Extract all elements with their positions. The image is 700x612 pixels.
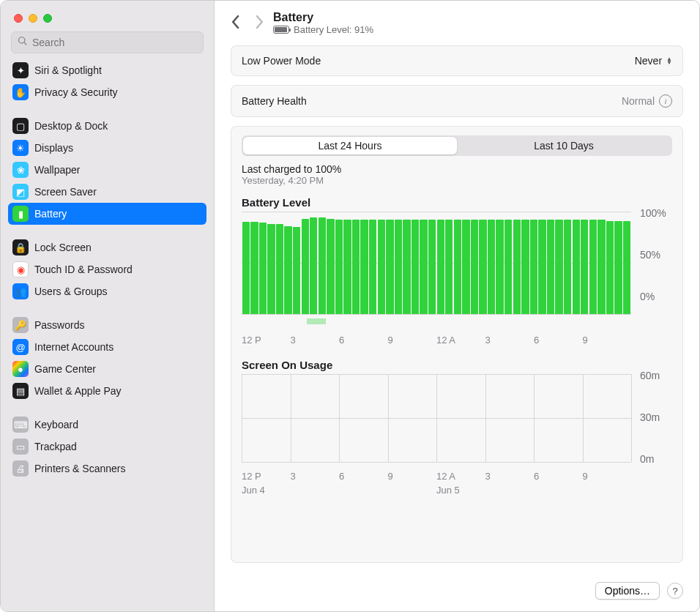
battery-level-title: Battery Level bbox=[242, 196, 672, 209]
bar bbox=[302, 219, 309, 314]
bar bbox=[573, 220, 580, 314]
sidebar-icon: 🔑 bbox=[12, 317, 29, 333]
bar bbox=[310, 217, 317, 314]
sidebar-icon: ⌨ bbox=[12, 417, 29, 433]
bar bbox=[352, 220, 360, 314]
xaxis-tick: 3 bbox=[291, 335, 340, 346]
battery-icon bbox=[273, 26, 289, 34]
search-wrap bbox=[1, 29, 214, 59]
sidebar-item-lock-screen[interactable]: 🔒Lock Screen bbox=[8, 236, 206, 258]
last-charge-title: Last charged to 100% bbox=[242, 163, 672, 175]
sidebar-item-printers-scanners[interactable]: 🖨Printers & Scanners bbox=[8, 458, 206, 479]
window-titlebar bbox=[1, 1, 214, 29]
bar bbox=[369, 220, 376, 314]
sidebar-item-privacy-security[interactable]: ✋Privacy & Security bbox=[8, 81, 206, 103]
sidebar-item-keyboard[interactable]: ⌨Keyboard bbox=[8, 414, 206, 436]
sidebar-item-label: Game Center bbox=[34, 363, 96, 375]
sidebar-item-touch-id-password[interactable]: ◉Touch ID & Password bbox=[8, 258, 206, 280]
sidebar-icon: 🔒 bbox=[12, 239, 29, 255]
forward-button[interactable] bbox=[254, 15, 264, 32]
ylabel: 60m bbox=[640, 370, 672, 381]
xaxis-tick: 9 bbox=[388, 471, 437, 482]
bar bbox=[378, 220, 385, 314]
bar bbox=[521, 220, 529, 314]
battery-level-plot bbox=[242, 212, 631, 314]
sidebar-item-label: Battery bbox=[34, 208, 67, 220]
sidebar-item-internet-accounts[interactable]: @Internet Accounts bbox=[8, 336, 206, 358]
sidebar-item-screen-saver[interactable]: ◩Screen Saver bbox=[8, 181, 206, 203]
sidebar-item-label: Lock Screen bbox=[34, 242, 92, 253]
zoom-icon[interactable] bbox=[43, 14, 52, 23]
sidebar-item-siri-spotlight[interactable]: ✦Siri & Spotlight bbox=[8, 59, 206, 81]
bar bbox=[496, 220, 503, 314]
nav-buttons bbox=[231, 15, 264, 32]
sidebar-item-label: Printers & Scanners bbox=[34, 463, 126, 474]
xaxis-tick: 9 bbox=[388, 335, 437, 346]
tab-last-10d[interactable]: Last 10 Days bbox=[457, 137, 671, 154]
chevron-updown-icon: ▲▼ bbox=[666, 57, 672, 64]
bar bbox=[623, 221, 630, 314]
bar bbox=[597, 220, 605, 314]
sidebar-icon: ▢ bbox=[12, 118, 29, 134]
search-icon bbox=[18, 36, 32, 49]
sidebar-item-label: Wallet & Apple Pay bbox=[34, 385, 122, 397]
sidebar-icon: ▭ bbox=[12, 439, 29, 455]
back-button[interactable] bbox=[231, 15, 241, 32]
sidebar-item-trackpad[interactable]: ▭Trackpad bbox=[8, 436, 206, 458]
bar bbox=[420, 220, 427, 314]
sidebar-item-label: Users & Groups bbox=[34, 286, 108, 297]
tab-last-24h[interactable]: Last 24 Hours bbox=[243, 137, 457, 154]
minimize-icon[interactable] bbox=[29, 14, 37, 23]
sidebar-item-label: Passwords bbox=[34, 319, 84, 331]
title-block: Battery Battery Level: 91% bbox=[273, 11, 373, 35]
sidebar-icon: ◉ bbox=[12, 261, 29, 277]
ylabel: 100% bbox=[640, 207, 672, 219]
xaxis-tick: 3 bbox=[485, 335, 535, 346]
bar bbox=[614, 221, 622, 314]
info-icon[interactable]: i bbox=[659, 94, 672, 108]
battery-health-value: Normal bbox=[622, 95, 655, 107]
sidebar-icon: ❀ bbox=[12, 162, 29, 178]
bar bbox=[343, 220, 351, 314]
bar bbox=[437, 220, 444, 314]
sidebar-item-label: Displays bbox=[34, 142, 73, 154]
main-panel: Battery Battery Level: 91% Low Power Mod… bbox=[215, 1, 699, 611]
sidebar-item-label: Touch ID & Password bbox=[34, 264, 133, 275]
sidebar-item-wallpaper[interactable]: ❀Wallpaper bbox=[8, 159, 206, 181]
xaxis-tick: 12 A bbox=[436, 335, 485, 346]
bar bbox=[564, 220, 571, 314]
sidebar-nav[interactable]: ✦Siri & Spotlight✋Privacy & Security▢Des… bbox=[1, 59, 214, 611]
date-label: Jun 5 bbox=[436, 485, 631, 496]
sidebar-item-battery[interactable]: ▮Battery bbox=[8, 203, 206, 225]
search-field[interactable] bbox=[11, 31, 204, 53]
bar bbox=[267, 224, 275, 314]
sidebar: ✦Siri & Spotlight✋Privacy & Security▢Des… bbox=[1, 1, 215, 611]
battery-level-bars bbox=[242, 212, 631, 314]
sidebar-item-desktop-dock[interactable]: ▢Desktop & Dock bbox=[8, 115, 206, 137]
bar bbox=[538, 220, 546, 314]
sidebar-item-label: Desktop & Dock bbox=[34, 120, 108, 132]
sidebar-item-passwords[interactable]: 🔑Passwords bbox=[8, 314, 206, 336]
ylabel: 0m bbox=[640, 453, 672, 465]
ylabel: 30m bbox=[640, 411, 672, 423]
time-range-segmented[interactable]: Last 24 Hours Last 10 Days bbox=[242, 135, 672, 156]
close-icon[interactable] bbox=[14, 14, 23, 23]
search-input[interactable] bbox=[32, 37, 197, 48]
help-button[interactable]: ? bbox=[667, 583, 683, 599]
sidebar-item-displays[interactable]: ☀Displays bbox=[8, 137, 206, 159]
low-power-label: Low Power Mode bbox=[242, 55, 321, 67]
header: Battery Battery Level: 91% bbox=[215, 1, 699, 42]
xaxis-tick: 3 bbox=[485, 471, 535, 482]
bar bbox=[555, 220, 562, 314]
screen-on-title: Screen On Usage bbox=[242, 359, 672, 371]
sidebar-item-game-center[interactable]: ●Game Center bbox=[8, 358, 206, 380]
low-power-popup[interactable]: Never ▲▼ bbox=[635, 55, 672, 67]
sidebar-item-wallet-apple-pay[interactable]: ▤Wallet & Apple Pay bbox=[8, 380, 206, 402]
bar bbox=[335, 220, 343, 314]
bar bbox=[428, 220, 436, 314]
options-button[interactable]: Options… bbox=[595, 582, 660, 600]
sidebar-item-users-groups[interactable]: 👥Users & Groups bbox=[8, 280, 206, 302]
battery-level-text: Battery Level: 91% bbox=[294, 24, 373, 35]
bar bbox=[581, 220, 588, 314]
low-power-row: Low Power Mode Never ▲▼ bbox=[231, 45, 683, 76]
